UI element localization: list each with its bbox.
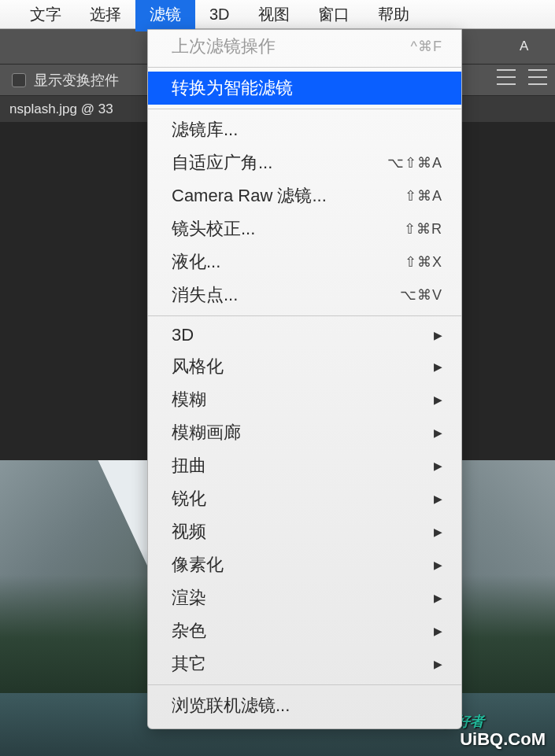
chevron-right-icon: ▶ [434,625,442,637]
chevron-right-icon: ▶ [434,592,442,604]
menu-browse-online-filters[interactable]: 浏览联机滤镜... [148,689,461,722]
menu-item-label: 镜头校正... [172,217,255,241]
menu-item-label: 滤镜库... [172,118,238,142]
chevron-right-icon: ▶ [434,526,442,538]
toolbar-character-label: A [520,39,528,54]
show-transform-checkbox[interactable] [12,73,26,87]
menu-window[interactable]: 窗口 [304,0,364,31]
chevron-right-icon: ▶ [434,426,442,439]
menu-item-label: 转换为智能滤镜 [172,76,293,100]
menu-item-label: 自适应广角... [172,151,272,175]
menu-vanishing-point[interactable]: 消失点... ⌥⌘V [148,278,461,312]
menu-3d[interactable]: 3D [195,0,244,30]
menu-separator [148,684,461,685]
menu-convert-smart-filter[interactable]: 转换为智能滤镜 [148,72,461,105]
menu-item-label: 视频 [172,520,206,544]
menu-blur-submenu[interactable]: 模糊▶ [148,383,461,416]
align-icon[interactable] [497,69,516,85]
menu-lens-correction[interactable]: 镜头校正... ⇧⌘R [148,212,461,245]
chevron-right-icon: ▶ [434,559,442,571]
chevron-right-icon: ▶ [434,360,442,373]
menu-item-label: 扭曲 [172,454,206,478]
menu-help[interactable]: 帮助 [364,0,424,31]
document-tab[interactable]: nsplash.jpg @ 33 [9,101,113,117]
menu-adaptive-wide-angle[interactable]: 自适应广角... ⌥⇧⌘A [148,146,461,179]
menu-separator [148,67,461,68]
menu-item-label: 杂色 [172,619,206,643]
menu-render-submenu[interactable]: 渲染▶ [148,581,461,614]
filter-dropdown-menu: 上次滤镜操作 ^⌘F 转换为智能滤镜 滤镜库... 自适应广角... ⌥⇧⌘A … [147,29,462,729]
chevron-right-icon: ▶ [434,492,442,505]
chevron-right-icon: ▶ [434,393,442,406]
menu-view[interactable]: 视图 [244,0,304,31]
menu-separator [148,315,461,316]
menu-item-label: 模糊 [172,388,206,411]
align-icons-group [497,69,547,85]
menu-text[interactable]: 文字 [16,0,76,31]
menu-item-label: 消失点... [172,283,238,307]
distribute-icon[interactable] [528,69,547,85]
menu-item-shortcut: ⇧⌘A [405,187,442,205]
menu-last-filter: 上次滤镜操作 ^⌘F [148,30,461,63]
menu-item-label: Camera Raw 滤镜... [172,184,327,208]
menu-liquify[interactable]: 液化... ⇧⌘X [148,245,461,278]
menu-other-submenu[interactable]: 其它▶ [148,647,461,680]
menu-video-submenu[interactable]: 视频▶ [148,515,461,548]
menu-select[interactable]: 选择 [76,0,135,31]
menu-blur-gallery-submenu[interactable]: 模糊画廊▶ [148,416,461,449]
show-transform-label: 显示变换控件 [34,71,119,90]
menu-camera-raw[interactable]: Camera Raw 滤镜... ⇧⌘A [148,179,461,212]
menu-item-shortcut: ⇧⌘X [405,253,442,271]
menu-pixelate-submenu[interactable]: 像素化▶ [148,548,461,581]
menu-item-label: 浏览联机滤镜... [172,694,290,717]
menu-item-label: 液化... [172,250,220,274]
watermark-site: UiBQ.CoM [460,729,546,750]
menu-item-label: 上次滤镜操作 [172,35,276,58]
menubar: 文字 选择 滤镜 3D 视图 窗口 帮助 [0,0,555,29]
menu-stylize-submenu[interactable]: 风格化▶ [148,350,461,383]
menu-item-label: 锐化 [172,487,206,511]
menu-filter[interactable]: 滤镜 [135,0,195,31]
menu-item-shortcut: ⌥⇧⌘A [387,154,442,171]
menu-item-label: 模糊画廊 [172,421,241,444]
menu-sharpen-submenu[interactable]: 锐化▶ [148,482,461,515]
menu-3d-submenu[interactable]: 3D▶ [148,320,461,350]
menu-item-label: 其它 [172,652,206,676]
menu-item-label: 像素化 [172,553,224,577]
chevron-right-icon: ▶ [434,459,442,472]
menu-distort-submenu[interactable]: 扭曲▶ [148,449,461,482]
chevron-right-icon: ▶ [434,658,442,670]
menu-item-shortcut: ⌥⌘V [400,286,442,304]
menu-noise-submenu[interactable]: 杂色▶ [148,614,461,647]
menu-separator [148,109,461,109]
menu-item-label: 渲染 [172,586,206,610]
chevron-right-icon: ▶ [434,329,442,341]
menu-item-shortcut: ⇧⌘R [404,220,442,238]
menu-item-label: 风格化 [172,355,224,378]
menu-item-label: 3D [172,325,194,345]
menu-filter-gallery[interactable]: 滤镜库... [148,113,461,146]
menu-item-shortcut: ^⌘F [411,38,442,55]
